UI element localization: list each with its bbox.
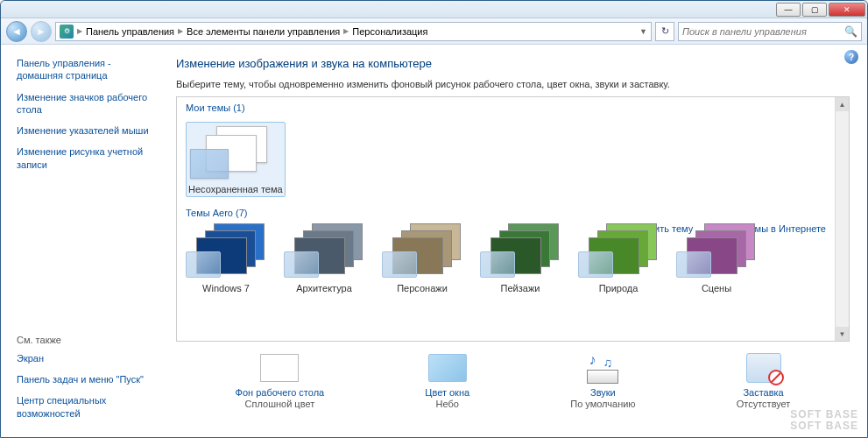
crumb-control-panel[interactable]: Панель управления	[86, 26, 174, 37]
theme-label: Природа	[578, 283, 659, 293]
option-link: Фон рабочего стола	[236, 387, 325, 398]
sidebar-display[interactable]: Экран	[17, 352, 159, 364]
breadcrumb[interactable]: ⚙ ▶ Панель управления ▶ Все элементы пан…	[55, 22, 652, 41]
option-value: Отсутствует	[737, 399, 791, 409]
watermark: SOFT BASE SOFT BASE	[790, 409, 858, 432]
aero-theme-0[interactable]: Windows 7	[186, 223, 266, 293]
sidebar-desktop-icons[interactable]: Изменение значков рабочего стола	[17, 91, 159, 117]
color-icon	[428, 354, 467, 382]
chevron-right-icon: ▶	[77, 27, 82, 35]
aero-theme-2[interactable]: Персонажи	[382, 223, 462, 293]
aero-theme-1[interactable]: Архитектура	[284, 223, 364, 293]
aero-themes-row: Windows 7 Архитектура Персонажи Пейзажи …	[186, 223, 840, 293]
option-value: Сплошной цвет	[236, 399, 325, 409]
close-button[interactable]: ✕	[829, 3, 865, 17]
option-value: По умолчанию	[570, 399, 635, 409]
aero-theme-3[interactable]: Пейзажи	[480, 223, 561, 293]
sidebar-mouse-pointers[interactable]: Изменение указателей мыши	[17, 124, 159, 137]
aero-themes-label: Темы Aero (7)	[186, 208, 840, 218]
back-button[interactable]: ◄	[6, 21, 27, 42]
desktop-background-option[interactable]: Фон рабочего стола Сплошной цвет	[236, 352, 325, 409]
sidebar-account-picture[interactable]: Изменение рисунка учетной записи	[17, 145, 159, 171]
theme-label: Windows 7	[186, 283, 266, 293]
scroll-down-icon[interactable]: ▼	[836, 327, 849, 341]
chevron-right-icon: ▶	[343, 27, 349, 35]
theme-preview-glass	[190, 149, 229, 179]
maximize-button[interactable]: ▢	[802, 3, 827, 17]
crumb-personalization[interactable]: Персонализация	[352, 26, 427, 37]
theme-label: Сцены	[676, 283, 757, 293]
page-title: Изменение изображения и звука на компьют…	[176, 57, 850, 70]
window-color-option[interactable]: Цвет окна Небо	[425, 352, 469, 409]
screensaver-icon	[746, 353, 781, 383]
theme-label: Пейзажи	[480, 283, 561, 293]
search-box[interactable]: 🔍	[678, 22, 862, 41]
forward-button[interactable]: ►	[31, 21, 52, 42]
option-value: Небо	[425, 399, 469, 409]
sounds-option[interactable]: ♪♫ Звуки По умолчанию	[570, 352, 635, 409]
address-bar: ◄ ► ⚙ ▶ Панель управления ▶ Все элементы…	[1, 18, 867, 45]
control-panel-icon: ⚙	[60, 25, 74, 39]
bottom-options: Фон рабочего стола Сплошной цвет Цвет ок…	[176, 352, 850, 409]
window: — ▢ ✕ ◄ ► ⚙ ▶ Панель управления ▶ Все эл…	[0, 0, 868, 438]
see-also-label: См. также	[17, 335, 159, 345]
background-icon	[260, 354, 299, 382]
scrollbar[interactable]: ▲ ▼	[835, 97, 849, 341]
aero-theme-4[interactable]: Природа	[578, 223, 659, 293]
search-input[interactable]	[682, 26, 844, 37]
titlebar: — ▢ ✕	[1, 1, 867, 18]
theme-unsaved[interactable]: Несохраненная тема	[186, 122, 286, 197]
screensaver-option[interactable]: Заставка Отсутствует	[737, 352, 791, 409]
crumb-all-items[interactable]: Все элементы панели управления	[187, 26, 340, 37]
breadcrumb-dropdown-icon[interactable]: ▼	[639, 27, 647, 36]
page-subtitle: Выберите тему, чтобы одновременно измени…	[176, 79, 850, 89]
refresh-button[interactable]: ↻	[655, 22, 674, 41]
minimize-button[interactable]: —	[776, 3, 801, 17]
sidebar-taskbar[interactable]: Панель задач и меню "Пуск"	[17, 373, 159, 385]
sidebar-home[interactable]: Панель управления - домашняя страница	[17, 57, 159, 82]
themes-panel: Мои темы (1) Несохраненная тема Сохранит…	[176, 96, 850, 342]
main-content: ? Изменение изображения и звука на компь…	[167, 45, 867, 437]
sidebar-ease-of-access[interactable]: Центр специальных возможностей	[17, 394, 159, 420]
theme-label: Архитектура	[284, 283, 364, 293]
theme-label: Несохраненная тема	[188, 184, 283, 194]
option-link: Заставка	[737, 387, 791, 398]
scroll-up-icon[interactable]: ▲	[836, 97, 849, 111]
option-link: Звуки	[570, 387, 635, 398]
my-themes-label: Мои темы (1)	[186, 102, 840, 113]
help-icon[interactable]: ?	[844, 50, 858, 64]
sidebar: Панель управления - домашняя страница Из…	[1, 45, 167, 437]
theme-label: Персонажи	[382, 283, 462, 293]
aero-theme-5[interactable]: Сцены	[676, 223, 757, 293]
option-link: Цвет окна	[425, 387, 469, 398]
search-icon: 🔍	[844, 25, 857, 38]
sound-icon: ♪♫	[583, 352, 622, 384]
disabled-icon	[768, 370, 784, 385]
chevron-right-icon: ▶	[178, 27, 183, 35]
